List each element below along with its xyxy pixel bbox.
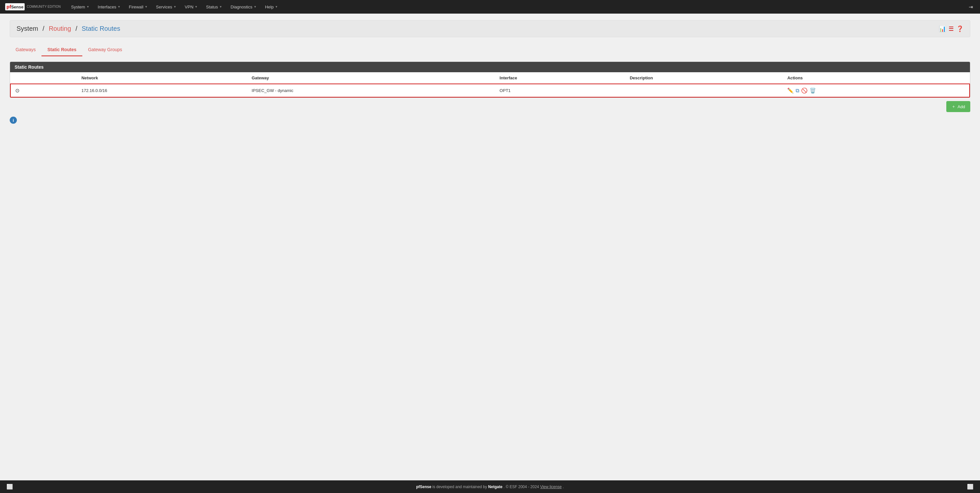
main-content: System / Routing / Static Routes 📊 ☰ ❓ G… xyxy=(0,14,980,480)
status-check-icon: ⊙ xyxy=(15,88,19,93)
nav-interfaces[interactable]: Interfaces ▼ xyxy=(94,2,124,12)
nav-items: System ▼ Interfaces ▼ Firewall ▼ Service… xyxy=(67,2,967,12)
help-icon[interactable]: ❓ xyxy=(956,25,964,32)
caret-icon: ▼ xyxy=(195,5,198,8)
tab-gateway-groups[interactable]: Gateway Groups xyxy=(82,44,128,56)
footer-center: pfSense is developed and maintained by N… xyxy=(13,485,967,489)
table-title: Static Routes xyxy=(10,62,970,72)
edit-icon[interactable]: ✏️ xyxy=(787,87,794,94)
nav-services[interactable]: Services ▼ xyxy=(152,2,180,12)
brand-edition: COMMUNITY EDITION xyxy=(27,5,60,9)
breadcrumb: System / Routing / Static Routes xyxy=(16,25,120,32)
breadcrumb-routing[interactable]: Routing xyxy=(49,25,71,32)
col-actions: Actions xyxy=(783,72,970,84)
footer-right-icon[interactable]: ⬜ xyxy=(967,483,974,490)
tab-gateways[interactable]: Gateways xyxy=(10,44,41,56)
nav-status[interactable]: Status ▼ xyxy=(202,2,226,12)
logout-icon[interactable]: ⇥ xyxy=(967,2,975,12)
brand-logo: pfSense COMMUNITY EDITION xyxy=(5,3,60,10)
col-status xyxy=(10,72,77,84)
navbar: pfSense COMMUNITY EDITION System ▼ Inter… xyxy=(0,0,980,14)
caret-icon: ▼ xyxy=(118,5,121,8)
table-row: ⊙ 172.16.0.0/16 IPSEC_GW - dynamic OPT1 … xyxy=(10,84,970,97)
info-icon[interactable]: i xyxy=(10,117,17,124)
copy-icon[interactable]: ⧉ xyxy=(795,88,799,94)
nav-right: ⇥ xyxy=(967,4,975,10)
chart-icon[interactable]: 📊 xyxy=(939,25,946,32)
row-status: ⊙ xyxy=(10,84,77,97)
caret-icon: ▼ xyxy=(145,5,148,8)
delete-icon[interactable]: 🗑️ xyxy=(810,87,816,94)
action-icons: ✏️ ⧉ 🚫 🗑️ xyxy=(787,87,965,94)
static-routes-table-section: Static Routes Network Gateway Interface … xyxy=(10,62,970,98)
breadcrumb-static-routes: Static Routes xyxy=(82,25,120,32)
footer-license-link[interactable]: View license xyxy=(540,485,562,489)
nav-help[interactable]: Help ▼ xyxy=(261,2,282,12)
row-network: 172.16.0.0/16 xyxy=(77,84,247,97)
header-icons: 📊 ☰ ❓ xyxy=(939,25,964,32)
add-label: Add xyxy=(958,104,965,109)
footer-copyright: . © ESF 2004 - 2024 xyxy=(504,485,540,489)
nav-system[interactable]: System ▼ xyxy=(67,2,93,12)
col-interface: Interface xyxy=(495,72,625,84)
footer-left-icon[interactable]: ⬜ xyxy=(6,483,13,490)
tab-static-routes[interactable]: Static Routes xyxy=(41,44,82,56)
footer-period: . xyxy=(563,485,563,489)
page-header: System / Routing / Static Routes 📊 ☰ ❓ xyxy=(10,20,970,37)
footer-company: Netgate xyxy=(488,485,502,489)
logo-box: pfSense xyxy=(5,3,25,10)
caret-icon: ▼ xyxy=(86,5,89,8)
breadcrumb-sep1: / xyxy=(43,25,46,32)
breadcrumb-system: System xyxy=(16,25,38,32)
row-gateway: IPSEC_GW - dynamic xyxy=(247,84,495,97)
logo-pf: pf xyxy=(6,4,11,10)
add-button[interactable]: ＋ Add xyxy=(946,101,970,112)
caret-icon: ▼ xyxy=(275,5,278,8)
col-network: Network xyxy=(77,72,247,84)
row-description xyxy=(625,84,783,97)
caret-icon: ▼ xyxy=(254,5,257,8)
plus-icon: ＋ xyxy=(951,104,956,109)
nav-firewall[interactable]: Firewall ▼ xyxy=(125,2,152,12)
tabs: Gateways Static Routes Gateway Groups xyxy=(10,44,970,56)
row-actions: ✏️ ⧉ 🚫 🗑️ xyxy=(783,84,970,97)
add-btn-row: ＋ Add xyxy=(10,101,970,112)
info-row: i xyxy=(10,117,970,124)
list-icon[interactable]: ☰ xyxy=(948,25,954,32)
nav-vpn[interactable]: VPN ▼ xyxy=(181,2,202,12)
footer-middle-text: is developed and maintained by xyxy=(432,485,488,489)
nav-diagnostics[interactable]: Diagnostics ▼ xyxy=(227,2,261,12)
row-interface: OPT1 xyxy=(495,84,625,97)
footer-brand: pfSense xyxy=(416,485,431,489)
col-description: Description xyxy=(625,72,783,84)
disable-icon[interactable]: 🚫 xyxy=(801,87,808,94)
breadcrumb-sep2: / xyxy=(75,25,79,32)
routes-table: Network Gateway Interface Description Ac… xyxy=(10,72,970,98)
caret-icon: ▼ xyxy=(173,5,176,8)
col-gateway: Gateway xyxy=(247,72,495,84)
footer: ⬜ pfSense is developed and maintained by… xyxy=(0,480,980,493)
caret-icon: ▼ xyxy=(220,5,222,8)
table-header-row: Network Gateway Interface Description Ac… xyxy=(10,72,970,84)
